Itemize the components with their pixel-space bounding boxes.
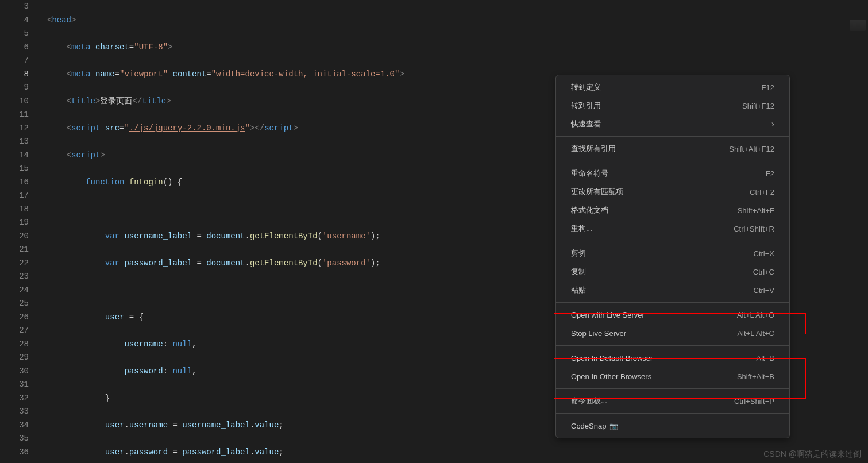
menu-item-shortcut: Shift+Alt+B xyxy=(737,372,774,381)
menu-item-label: CodeSnap📷 xyxy=(571,422,618,430)
line-number: 16 xyxy=(0,176,29,190)
menu-item-shortcut: Alt+B xyxy=(757,354,774,362)
menu-item-label: Open In Default Browser xyxy=(571,354,653,362)
line-number: 22 xyxy=(0,257,29,271)
menu-item-shortcut: Ctrl+Shift+R xyxy=(734,225,774,233)
chevron-right-icon: › xyxy=(771,119,774,129)
line-number: 36 xyxy=(0,446,29,460)
line-number-gutter: 3456789101112131415161718192021222324252… xyxy=(0,0,39,463)
context-menu-item[interactable]: 复制Ctrl+C xyxy=(556,263,789,281)
line-number: 8 xyxy=(0,68,29,82)
menu-item-label: Open In Other Browsers xyxy=(571,372,651,381)
line-number: 17 xyxy=(0,189,29,203)
menu-item-shortcut: Ctrl+X xyxy=(754,249,774,258)
context-menu-item[interactable]: 快速查看› xyxy=(556,115,789,133)
line-number: 10 xyxy=(0,95,29,109)
line-number: 18 xyxy=(0,203,29,217)
line-number: 20 xyxy=(0,230,29,244)
context-menu-item[interactable]: 重构...Ctrl+Shift+R xyxy=(556,219,789,238)
line-number: 21 xyxy=(0,243,29,257)
line-number: 4 xyxy=(0,14,29,28)
context-menu-item[interactable]: Open In Default BrowserAlt+B xyxy=(556,349,789,367)
line-number: 19 xyxy=(0,216,29,230)
menu-item-shortcut: Alt+L Alt+C xyxy=(737,329,774,338)
line-number: 23 xyxy=(0,270,29,284)
line-number: 14 xyxy=(0,149,29,163)
line-number: 3 xyxy=(0,0,29,14)
menu-separator xyxy=(556,388,789,389)
menu-item-shortcut: Alt+L Alt+O xyxy=(737,311,774,319)
line-number: 13 xyxy=(0,135,29,149)
context-menu[interactable]: 转到定义F12转到引用Shift+F12快速查看›查找所有引用Shift+Alt… xyxy=(555,75,790,438)
line-number: 5 xyxy=(0,27,29,41)
context-menu-item[interactable]: 格式化文档Shift+Alt+F xyxy=(556,201,789,219)
menu-separator xyxy=(556,161,789,161)
line-number: 27 xyxy=(0,324,29,338)
menu-item-label: 复制 xyxy=(571,267,586,277)
line-number: 25 xyxy=(0,297,29,311)
menu-item-label: 更改所有匹配项 xyxy=(571,187,623,197)
menu-item-shortcut: Shift+Alt+F xyxy=(738,206,774,215)
menu-item-shortcut: Shift+Alt+F12 xyxy=(729,145,774,153)
menu-item-shortcut: Shift+F12 xyxy=(742,102,774,110)
context-menu-item[interactable]: CodeSnap📷 xyxy=(556,416,789,435)
line-number: 32 xyxy=(0,392,29,406)
menu-item-label: 重命名符号 xyxy=(571,168,608,179)
menu-item-shortcut: Ctrl+F2 xyxy=(750,188,774,196)
line-number: 15 xyxy=(0,162,29,176)
context-menu-item[interactable]: 剪切Ctrl+X xyxy=(556,244,789,263)
menu-separator xyxy=(556,302,789,303)
menu-item-shortcut: Ctrl+C xyxy=(753,268,774,276)
context-menu-item[interactable]: 粘贴Ctrl+V xyxy=(556,281,789,299)
menu-item-label: 格式化文档 xyxy=(571,205,608,215)
menu-item-label: 转到引用 xyxy=(571,101,601,111)
menu-item-label: Open with Live Server xyxy=(571,311,645,319)
line-number: 35 xyxy=(0,432,29,446)
menu-item-shortcut: F12 xyxy=(762,83,774,92)
menu-separator xyxy=(556,413,789,414)
context-menu-item[interactable]: 转到引用Shift+F12 xyxy=(556,97,789,115)
context-menu-item[interactable]: Open In Other BrowsersShift+Alt+B xyxy=(556,367,789,385)
menu-item-label: 转到定义 xyxy=(571,82,601,92)
minimap-icon xyxy=(850,20,866,31)
menu-item-label: Stop Live Server xyxy=(571,329,626,338)
line-number: 9 xyxy=(0,81,29,95)
menu-separator xyxy=(556,345,789,346)
menu-item-label: 快速查看 xyxy=(571,119,601,129)
line-number: 31 xyxy=(0,378,29,392)
line-number: 12 xyxy=(0,122,29,136)
line-number: 28 xyxy=(0,338,29,352)
menu-separator xyxy=(556,136,789,137)
context-menu-item[interactable]: Stop Live ServerAlt+L Alt+C xyxy=(556,324,789,342)
menu-separator xyxy=(556,241,789,241)
line-number: 34 xyxy=(0,419,29,433)
line-number: 33 xyxy=(0,405,29,419)
line-number: 7 xyxy=(0,54,29,68)
menu-item-label: 重构... xyxy=(571,223,592,234)
context-menu-item[interactable]: 转到定义F12 xyxy=(556,78,789,97)
line-number: 26 xyxy=(0,311,29,325)
menu-item-shortcut: Ctrl+V xyxy=(754,286,774,295)
menu-item-label: 粘贴 xyxy=(571,285,586,295)
line-number: 6 xyxy=(0,41,29,55)
context-menu-item[interactable]: 查找所有引用Shift+Alt+F12 xyxy=(556,140,789,158)
menu-item-label: 查找所有引用 xyxy=(571,144,616,154)
context-menu-item[interactable]: 命令面板...Ctrl+Shift+P xyxy=(556,392,789,410)
line-number: 24 xyxy=(0,284,29,298)
menu-item-label: 命令面板... xyxy=(571,396,607,406)
menu-item-label: 剪切 xyxy=(571,248,586,258)
context-menu-item[interactable]: Open with Live ServerAlt+L Alt+O xyxy=(556,306,789,324)
context-menu-item[interactable]: 重命名符号F2 xyxy=(556,164,789,183)
line-number: 29 xyxy=(0,351,29,365)
menu-item-shortcut: Ctrl+Shift+P xyxy=(734,397,774,406)
context-menu-item[interactable]: 更改所有匹配项Ctrl+F2 xyxy=(556,183,789,201)
line-number: 30 xyxy=(0,365,29,379)
camera-icon: 📷 xyxy=(609,422,618,430)
line-number: 11 xyxy=(0,108,29,122)
menu-item-shortcut: F2 xyxy=(766,169,774,178)
